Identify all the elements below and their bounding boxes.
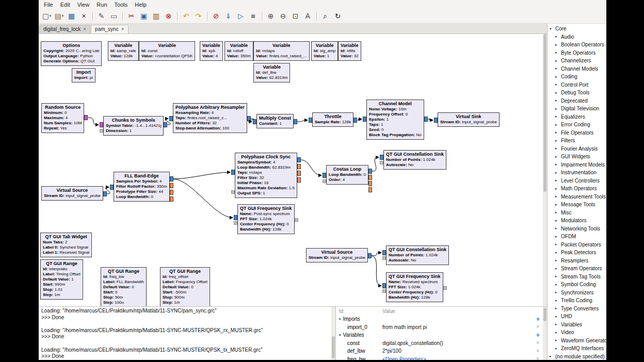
library-item-debug-tools[interactable]: ▸Debug Tools (548, 89, 606, 97)
connection[interactable] (301, 160, 321, 175)
library-item-resamplers[interactable]: ▸Resamplers (548, 257, 606, 265)
port-costas_loop-out2[interactable] (368, 181, 372, 186)
port-const_sink_1-in0[interactable] (380, 155, 383, 160)
scrollbar-thumb[interactable] (543, 308, 546, 321)
library-item-message-tools[interactable]: ▸Message Tools (548, 201, 606, 209)
port-freq_sink_2-in0[interactable] (382, 283, 386, 288)
flowgraph-properties-button[interactable]: ✎ (95, 10, 107, 22)
port-costas_loop-out3[interactable] (368, 187, 372, 192)
menu-tools[interactable]: Tools (111, 2, 132, 8)
zoom-fit-button[interactable]: ⊡ (289, 10, 301, 22)
library-item-peak-detectors[interactable]: ▸Peak Detectors (548, 249, 606, 257)
varpanel-row-import-0[interactable]: import_0from math import pi× (336, 323, 543, 332)
close-file-button[interactable]: × (78, 10, 90, 22)
port-virtual_sink-in0[interactable] (434, 118, 438, 123)
flowgraph-screenshot-button[interactable]: ▭ (108, 10, 120, 22)
library-item-misc[interactable]: ▸Misc (548, 209, 606, 217)
port-poly_clock_sync-out1[interactable] (297, 164, 301, 169)
expander-icon[interactable]: ▾ (339, 333, 341, 337)
execute-flowgraph-button[interactable]: ▷ (235, 10, 247, 22)
library-item-stream-tag-tools[interactable]: ▸Stream Tag Tools (548, 273, 606, 281)
new-file-button[interactable]: ▢▾ (41, 10, 53, 22)
flowgraph-canvas[interactable]: OptionsCopyright: 2020 C...ering LabOutp… (39, 34, 543, 306)
library-item-equalizers[interactable]: ▸Equalizers (548, 113, 606, 121)
library-item-measurement-tools[interactable]: ▸Measurement Tools (548, 193, 606, 201)
library-item-boolean-operators[interactable]: ▸Boolean Operators (548, 41, 606, 49)
connection[interactable] (88, 118, 99, 125)
paste-button[interactable]: ▥ (150, 10, 162, 22)
library-item-symbol-coding[interactable]: ▸Symbol Coding (548, 281, 606, 289)
port-poly_clock_sync-out0[interactable] (297, 157, 301, 162)
tab-close-icon[interactable]: × (121, 27, 124, 32)
library-item-fourier-analysis[interactable]: ▸Fourier Analysis (548, 145, 606, 153)
toggle-ids-button[interactable]: A (302, 10, 314, 22)
port-multiply_const-in0[interactable] (253, 119, 256, 124)
block-random_source[interactable]: Random SourceMinimum: 0Maximum: 4Num Sam… (41, 103, 84, 133)
port-costas_loop-out1[interactable] (368, 175, 372, 180)
block-chunks_to_symbols[interactable]: Chunks to SymbolsSymbol Table: -1.4...1.… (103, 116, 164, 136)
library-item-digital-television[interactable]: ▸Digital Television (548, 105, 606, 113)
port-fll_band_edge-out3[interactable] (170, 196, 173, 202)
connection[interactable] (428, 119, 433, 120)
varpanel-row-variables[interactable]: ▾Variables+ (336, 331, 543, 339)
block-var_samp_rate[interactable]: VariableId: samp_rateValue: 128k (108, 41, 139, 61)
port-poly_clock_sync-in1[interactable] (231, 190, 235, 194)
library-item-zeromq-interfaces[interactable]: ▸ZeroMQ Interfaces (548, 344, 606, 353)
add-button[interactable]: + (533, 332, 543, 338)
remove-button[interactable]: × (533, 349, 543, 354)
block-freq_sink_1[interactable]: QT GUI Frequency SinkName: Post-sync spe… (237, 204, 295, 234)
block-virtual_source_2[interactable]: Virtual SourceStream ID: input_signal_pr… (306, 248, 368, 262)
expander-icon[interactable]: ▾ (339, 317, 341, 321)
port-channel_model-in0[interactable] (363, 117, 366, 122)
library-item-stream-operators[interactable]: ▸Stream Operators (548, 265, 606, 273)
menu-edit[interactable]: Edit (57, 2, 74, 8)
library-item-video[interactable]: ▸Video (548, 328, 606, 337)
menu-file[interactable]: File (40, 2, 57, 8)
block-var_const[interactable]: VariableId: constValue: <constellation Q… (139, 41, 195, 61)
kill-flowgraph-button[interactable]: ■ (247, 10, 259, 22)
port-freq_sink_1-in0[interactable] (234, 215, 237, 220)
port-fll_band_edge-out1[interactable] (170, 183, 173, 188)
block-var_rolloff[interactable]: VariableId: rolloffValue: 350m (224, 41, 253, 61)
block-poly_clock_sync[interactable]: Polyphase Clock SyncSamples/Symbol: 4Loo… (235, 153, 297, 198)
port-fll_band_edge-out2[interactable] (170, 190, 173, 195)
connection[interactable] (173, 179, 233, 218)
connection[interactable] (297, 120, 308, 122)
port-const_sink_2-in1[interactable] (382, 256, 386, 260)
library-item-uhd[interactable]: ▸UHD (548, 312, 606, 321)
library-item-synchronizers[interactable]: ▸Synchronizers (548, 289, 606, 297)
connection[interactable] (372, 157, 379, 171)
block-freq_sink_2[interactable]: QT GUI Frequency SinkName: Received spec… (386, 272, 443, 302)
library-item-byte-operators[interactable]: ▸Byte Operators (548, 49, 606, 57)
view-errors-button[interactable]: ⊘ (210, 10, 222, 22)
library-item-filters[interactable]: ▸Filters (548, 137, 606, 145)
library-item-level-controllers[interactable]: ▸Level Controllers (548, 177, 606, 185)
generate-flowgraph-button[interactable]: ⇓ (222, 10, 234, 22)
block-const_sink_1[interactable]: QT GUI Constellation SinkNumber of Point… (383, 150, 446, 170)
port-chunks_to_symbols-msg0[interactable] (100, 129, 103, 133)
port-fll_band_edge-out0[interactable] (170, 176, 173, 182)
scrollbar-thumb[interactable] (543, 34, 546, 192)
library-item-deprecated[interactable]: ▸Deprecated (548, 97, 606, 105)
block-costas_loop[interactable]: Costas LoopLoop Bandwidth: 0Order: 4 (326, 165, 368, 185)
port-chunks_to_symbols-out0[interactable] (164, 122, 167, 127)
varpanel-scrollbar[interactable] (543, 307, 547, 360)
port-fll_band_edge-in0[interactable] (110, 185, 114, 190)
block-import_pi[interactable]: ImportImport: pi (72, 68, 95, 83)
block-throttle[interactable]: ThrottleSample Rate: 128k (312, 112, 353, 127)
port-poly_resampler-out0[interactable] (247, 116, 251, 121)
block-var_def_lbw[interactable]: VariableId: def_lbwValue: 62.8319m (253, 63, 290, 83)
menu-view[interactable]: View (74, 2, 93, 8)
library-item-ofdm[interactable]: ▸OFDM (548, 233, 606, 241)
varpanel-row-freq-bw[interactable]: freq_bw<Open Properties>× (336, 355, 543, 360)
block-range_freq_offset[interactable]: QT GUI RangeId: freq_offsetLabel: Freque… (160, 267, 210, 306)
tab-close-icon[interactable]: × (83, 27, 86, 32)
port-freq_sink_1-in1[interactable] (234, 221, 237, 225)
port-freq_sink_2-msg0[interactable] (443, 286, 447, 290)
library-item-no-module-specified[interactable]: ▸(no module specified) (548, 353, 606, 360)
zoom-out-button[interactable]: ⊖ (277, 10, 289, 22)
library-item-channel-models[interactable]: ▸Channel Models (548, 65, 606, 73)
menu-help[interactable]: Help (131, 2, 150, 8)
port-virtual_source_2-out0[interactable] (368, 253, 372, 258)
remove-button[interactable]: × (533, 356, 543, 360)
